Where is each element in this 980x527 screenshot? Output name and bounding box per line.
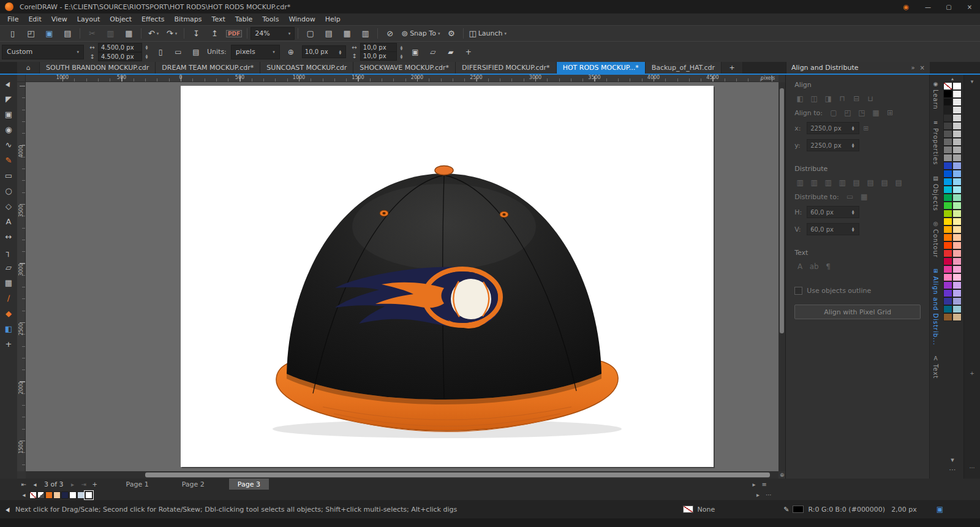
palette-swatch[interactable] xyxy=(952,313,962,321)
portrait-orientation-button[interactable]: ▯ xyxy=(154,45,167,58)
align-to-icon[interactable]: ▦ xyxy=(870,108,881,117)
distribute-h-input[interactable]: 60,0 px ▲▼ xyxy=(807,206,859,218)
docker-tab-learn[interactable]: ◉Learn xyxy=(932,81,939,110)
welcome-balloon-icon[interactable]: ◉ xyxy=(903,3,909,11)
menu-view[interactable]: View xyxy=(47,14,72,25)
toolbox-ellipse-tool[interactable]: ○ xyxy=(1,184,16,198)
distribute-icon[interactable]: ▥ xyxy=(794,178,805,187)
align-to-icon[interactable]: ◳ xyxy=(856,108,867,117)
text-align-icon[interactable]: ab xyxy=(809,262,820,271)
menu-edit[interactable]: Edit xyxy=(23,14,46,25)
document-palette-swatch[interactable] xyxy=(85,491,92,499)
document-tab[interactable]: SHOCKWAVE MOCKUP.cdr* xyxy=(353,62,456,74)
palette-swatch[interactable] xyxy=(952,186,962,194)
align-icon[interactable]: ⊓ xyxy=(837,94,848,103)
document-palette-swatch[interactable] xyxy=(37,491,45,499)
duplicate-x-input[interactable]: 10,0 px xyxy=(360,43,397,52)
palette-swatch[interactable] xyxy=(943,313,952,321)
palette-swatch[interactable] xyxy=(943,114,952,122)
document-palette-swatch[interactable] xyxy=(45,491,53,499)
snap-off-button[interactable]: ⊘ xyxy=(381,27,399,40)
align-to-icon[interactable]: ⊞ xyxy=(884,108,895,117)
align-icon[interactable]: ⊔ xyxy=(865,94,876,103)
vertical-scrollbar-thumb[interactable] xyxy=(780,88,784,333)
palette-swatch[interactable] xyxy=(943,138,952,146)
palette-swatch[interactable] xyxy=(943,90,952,98)
snap-to-dropdown[interactable]: ⊚Snap To▾ xyxy=(399,27,442,40)
toolbox-interactive-fill-tool[interactable]: ◆ xyxy=(1,306,16,320)
undo-button[interactable]: ↶▾ xyxy=(145,27,162,40)
palette-swatch[interactable] xyxy=(943,162,952,170)
palette-swatch[interactable] xyxy=(943,154,952,162)
menu-text[interactable]: Text xyxy=(207,14,230,25)
docker-tab-text[interactable]: AText xyxy=(932,355,939,379)
print-button[interactable]: ▤ xyxy=(59,27,77,40)
align-to-icon[interactable]: ◰ xyxy=(842,108,853,117)
palette-swatch[interactable] xyxy=(952,273,962,281)
color-proof-icon[interactable]: ▣ xyxy=(937,505,943,514)
toolbox-transparency-tool[interactable]: ▦ xyxy=(1,276,16,290)
spinner-arrows[interactable]: ▲▼ xyxy=(144,54,149,59)
menu-effects[interactable]: Effects xyxy=(137,14,169,25)
nudge-distance-input[interactable]: 10,0 px ▲▼ xyxy=(302,45,346,58)
palette-swatch[interactable] xyxy=(952,106,962,114)
palette-swatch[interactable] xyxy=(952,305,962,313)
toolbox-smart-fill-tool[interactable]: ◧ xyxy=(1,322,16,336)
document-palette-swatch[interactable] xyxy=(29,491,37,499)
palette-swatch[interactable] xyxy=(943,194,952,202)
toolbox-connector-tool[interactable]: ┐ xyxy=(1,245,16,259)
save-button[interactable]: ▣ xyxy=(40,27,58,40)
docker-tab-align-and-distrib[interactable]: ⊞Align and Distrib... xyxy=(932,268,939,346)
palette-swatch[interactable] xyxy=(952,154,962,162)
palette-scroll-down-icon[interactable]: ▾ xyxy=(951,456,954,464)
publish-to-pdf-button[interactable]: PDF xyxy=(224,27,244,40)
palette-swatch[interactable] xyxy=(952,98,962,106)
palette-swatch[interactable] xyxy=(952,233,962,241)
palette-swatch[interactable] xyxy=(943,281,952,289)
toolbox-zoom-tool[interactable]: ◉ xyxy=(1,123,16,137)
spinner-arrows[interactable]: ▲▼ xyxy=(850,126,856,131)
toolbox-polygon-tool[interactable]: ◇ xyxy=(1,199,16,213)
last-page-button[interactable]: ⇥ xyxy=(80,481,88,488)
palette-swatch[interactable] xyxy=(943,146,952,154)
palette-swatch[interactable] xyxy=(952,265,962,273)
document-tab[interactable]: Backup_of_HAT.cdr xyxy=(646,62,722,74)
import-button[interactable]: ↧ xyxy=(187,27,205,40)
distribute-icon[interactable]: ▤ xyxy=(879,178,890,187)
document-palette-swatch[interactable] xyxy=(77,491,85,499)
palette-swatch[interactable] xyxy=(952,90,962,98)
add-toolbar-item-button[interactable]: + xyxy=(462,45,475,58)
distribute-icon[interactable]: ▤ xyxy=(865,178,876,187)
horizontal-ruler[interactable]: 1000500050010001500200025003000350040004… xyxy=(26,75,778,82)
document-palette-swatch[interactable] xyxy=(69,491,77,499)
palette-swatch[interactable] xyxy=(952,210,962,218)
distribute-icon[interactable]: ▥ xyxy=(837,178,848,187)
distribute-icon[interactable]: ▤ xyxy=(851,178,862,187)
drawing-page[interactable] xyxy=(181,86,714,467)
palette-swatch[interactable] xyxy=(943,210,952,218)
pagebar-menu-icon[interactable]: ≡ xyxy=(762,481,767,488)
menu-layout[interactable]: Layout xyxy=(72,14,105,25)
docker-collapse-icon[interactable]: » xyxy=(911,64,914,71)
palette-swatch[interactable] xyxy=(952,281,962,289)
palette-swatch[interactable] xyxy=(952,257,962,265)
units-dropdown[interactable]: pixels ▾ xyxy=(231,45,280,59)
canvas-viewport[interactable] xyxy=(26,82,778,471)
new-document-tab-button[interactable]: + xyxy=(722,62,743,74)
pagebar-flyout-icon[interactable]: ▸ xyxy=(753,481,756,488)
document-tab[interactable]: SUNCOAST MOCKUP.cdr xyxy=(260,62,353,74)
palette-swatch[interactable] xyxy=(943,226,952,233)
palette-swatch[interactable] xyxy=(943,106,952,114)
menu-help[interactable]: Help xyxy=(320,14,345,25)
palette-swatch[interactable] xyxy=(943,297,952,305)
home-tab-button[interactable]: ⌂ xyxy=(17,62,40,74)
align-icon[interactable]: ⊟ xyxy=(851,94,862,103)
show-grid-button[interactable]: ▦ xyxy=(338,27,356,40)
align-to-icon[interactable]: ▢ xyxy=(828,108,839,117)
distribute-icon[interactable]: ▤ xyxy=(893,178,904,187)
document-palette-more-icon[interactable]: ⋯ xyxy=(766,491,772,498)
page-tab[interactable]: Page 1 xyxy=(118,479,157,490)
palette-swatch[interactable] xyxy=(952,170,962,178)
palette-swatch[interactable] xyxy=(952,226,962,233)
document-tab[interactable]: HOT RODS MOCKUP...* xyxy=(557,62,646,74)
